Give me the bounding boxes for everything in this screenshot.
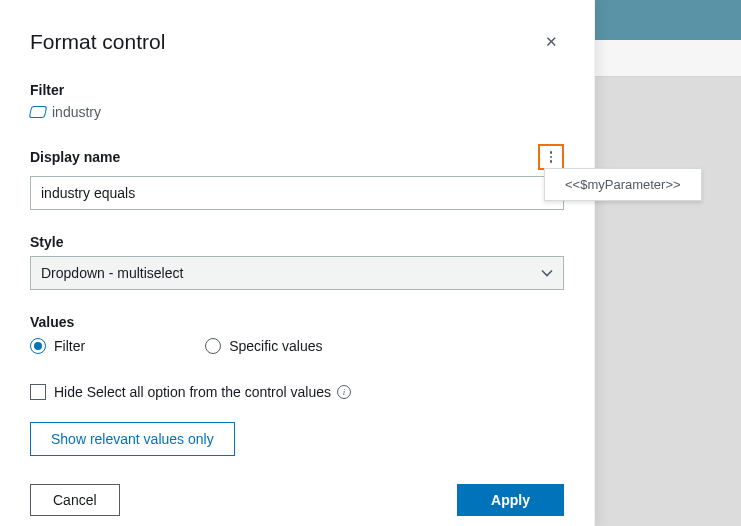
cancel-button[interactable]: Cancel (30, 484, 120, 516)
parameter-tooltip[interactable]: <<$myParameter>> (544, 168, 702, 201)
radio-specific-label: Specific values (229, 338, 322, 354)
bg-canvas: 21,500,838.4 $ (590, 77, 741, 526)
radio-filter-label: Filter (54, 338, 85, 354)
vertical-dots-icon (550, 151, 553, 154)
apply-button[interactable]: Apply (457, 484, 564, 516)
bg-toolbar (590, 40, 741, 77)
display-name-row: Display name (30, 144, 564, 170)
more-options-button[interactable] (538, 144, 564, 170)
style-select[interactable]: Dropdown - multiselect (30, 256, 564, 290)
close-icon[interactable]: ✕ (539, 31, 564, 53)
hide-select-all-checkbox[interactable] (30, 384, 46, 400)
info-icon[interactable]: i (337, 385, 351, 399)
modal-button-row: Cancel Apply (30, 484, 564, 516)
radio-icon (30, 338, 46, 354)
chevron-down-icon (541, 269, 553, 277)
style-select-wrap: Dropdown - multiselect (30, 256, 564, 290)
values-label: Values (30, 314, 564, 330)
modal-title: Format control (30, 30, 165, 54)
values-radio-group: Filter Specific values (30, 338, 564, 354)
format-control-modal: Format control ✕ Filter industry Display… (0, 0, 595, 526)
hide-select-all-label: Hide Select all option from the control … (54, 384, 351, 400)
radio-specific-values[interactable]: Specific values (205, 338, 322, 354)
display-name-input[interactable] (30, 176, 564, 210)
filter-section-label: Filter (30, 82, 564, 98)
style-select-value: Dropdown - multiselect (41, 265, 183, 281)
filter-name: industry (52, 104, 101, 120)
style-label: Style (30, 234, 564, 250)
filter-tag-icon (29, 106, 48, 118)
show-relevant-values-button[interactable]: Show relevant values only (30, 422, 235, 456)
radio-icon (205, 338, 221, 354)
radio-filter[interactable]: Filter (30, 338, 85, 354)
filter-chip[interactable]: industry (30, 104, 564, 120)
modal-header: Format control ✕ (30, 30, 564, 54)
hide-select-all-row: Hide Select all option from the control … (30, 384, 564, 400)
display-name-label: Display name (30, 149, 120, 165)
